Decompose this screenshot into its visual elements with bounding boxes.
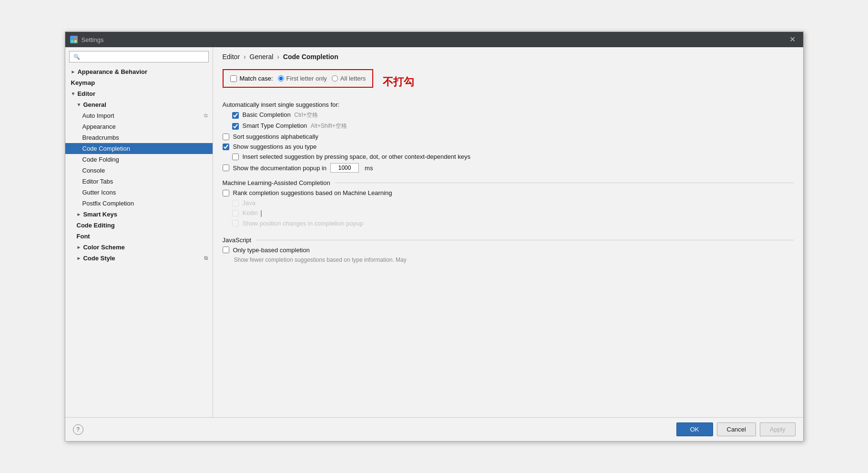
show-doc-popup-label[interactable]: Show the documentation popup in <box>233 165 327 172</box>
all-letters-label[interactable]: All letters <box>332 75 366 82</box>
rank-ml-row: Rank completion suggestions based on Mac… <box>223 189 794 196</box>
search-box[interactable]: 🔍 <box>69 51 209 62</box>
only-type-based-row: Only type-based completion <box>223 247 794 254</box>
rank-ml-label[interactable]: Rank completion suggestions based on Mac… <box>233 189 392 196</box>
arrow-icon: ► <box>71 69 76 74</box>
kotlin-label[interactable]: Kotlin <box>243 209 265 217</box>
show-as-you-type-label[interactable]: Show suggestions as you type <box>233 143 317 150</box>
first-letter-only-label[interactable]: First letter only <box>278 75 327 82</box>
show-as-you-type-row: Show suggestions as you type <box>223 143 794 150</box>
all-letters-text: All letters <box>340 75 366 82</box>
footer-left: ? <box>73 424 83 435</box>
insert-by-space-checkbox[interactable] <box>232 154 239 160</box>
sidebar-item-editor-tabs[interactable]: Editor Tabs <box>65 176 213 187</box>
popup-ms-input[interactable] <box>330 163 359 173</box>
only-type-based-label[interactable]: Only type-based completion <box>233 247 310 254</box>
arrow-icon: ▼ <box>77 102 82 107</box>
match-case-section: Match case: First letter only All letter… <box>223 69 794 94</box>
breadcrumb-sep2: › <box>277 53 281 61</box>
sidebar-item-smart-keys[interactable]: ► Smart Keys <box>65 209 213 220</box>
arrow-icon: ► <box>77 245 82 250</box>
annotation-text: 不打勾 <box>383 75 414 89</box>
rank-ml-checkbox[interactable] <box>223 190 229 196</box>
dialog-title: Settings <box>82 36 104 43</box>
basic-completion-shortcut: Ctrl+空格 <box>294 112 318 118</box>
show-position-label[interactable]: Show position changes in completion popu… <box>243 220 364 227</box>
help-button[interactable]: ? <box>73 424 83 435</box>
show-position-row: Show position changes in completion popu… <box>223 220 794 227</box>
title-bar: Settings ✕ <box>65 32 803 47</box>
sidebar-item-breadcrumbs[interactable]: Breadcrumbs <box>65 132 213 143</box>
sort-alphabetically-row: Sort suggestions alphabetically <box>223 133 794 140</box>
title-bar-left: Settings <box>70 36 104 43</box>
breadcrumb-current: Code Completion <box>283 53 338 61</box>
sort-alphabetically-label[interactable]: Sort suggestions alphabetically <box>233 133 318 140</box>
java-checkbox[interactable] <box>232 200 239 206</box>
main-content: Editor › General › Code Completion Match… <box>213 47 803 417</box>
breadcrumb-editor: Editor <box>223 53 240 61</box>
breadcrumb: Editor › General › Code Completion <box>213 47 803 64</box>
sidebar-item-appearance-behavior[interactable]: ► Appearance & Behavior <box>65 66 213 77</box>
smart-type-checkbox[interactable] <box>232 123 239 130</box>
show-doc-popup-row: Show the documentation popup in ms <box>223 163 794 173</box>
sidebar-item-color-scheme[interactable]: ► Color Scheme <box>65 242 213 253</box>
svg-rect-2 <box>71 40 73 42</box>
content-area: Match case: First letter only All letter… <box>213 64 803 417</box>
java-label[interactable]: Java <box>243 199 255 206</box>
cancel-button[interactable]: Cancel <box>717 422 756 436</box>
first-letter-radio[interactable] <box>278 75 284 82</box>
kotlin-checkbox[interactable] <box>232 210 239 216</box>
sidebar-item-code-folding[interactable]: Code Folding <box>65 154 213 165</box>
close-button[interactable]: ✕ <box>786 35 798 44</box>
basic-completion-row: Basic Completion Ctrl+空格 <box>223 111 794 119</box>
arrow-icon: ► <box>77 212 82 217</box>
svg-rect-0 <box>71 37 73 39</box>
sidebar-item-code-editing[interactable]: Code Editing <box>65 220 213 231</box>
sidebar-item-code-completion[interactable]: Code Completion <box>65 143 213 154</box>
sidebar-item-appearance[interactable]: Appearance <box>65 121 213 132</box>
show-as-you-type-checkbox[interactable] <box>223 144 229 150</box>
copy-icon: ⧉ <box>204 113 208 119</box>
settings-dialog: Settings ✕ 🔍 ► Appearance & Behavior Key… <box>65 31 804 442</box>
match-case-checkbox[interactable] <box>230 75 237 82</box>
smart-type-row: Smart Type Completion Alt+Shift+空格 <box>223 122 794 130</box>
sidebar-item-editor[interactable]: ▼ Editor <box>65 88 213 99</box>
arrow-icon: ▼ <box>71 91 76 96</box>
sidebar-item-keymap[interactable]: Keymap <box>65 77 213 88</box>
insert-by-space-label[interactable]: Insert selected suggestion by pressing s… <box>243 153 470 160</box>
show-position-checkbox[interactable] <box>232 220 239 226</box>
smart-type-label[interactable]: Smart Type Completion Alt+Shift+空格 <box>243 122 347 130</box>
sidebar-item-general[interactable]: ▼ General <box>65 99 213 110</box>
first-letter-text: First letter only <box>286 75 327 82</box>
show-fewer-text: Show fewer completion suggestions based … <box>223 257 794 263</box>
sort-alphabetically-checkbox[interactable] <box>223 134 229 140</box>
breadcrumb-general: General <box>250 53 274 61</box>
show-doc-popup-checkbox[interactable] <box>223 165 229 171</box>
kotlin-row: Kotlin <box>223 209 794 217</box>
only-type-based-checkbox[interactable] <box>223 247 229 253</box>
basic-completion-checkbox[interactable] <box>232 112 239 119</box>
match-case-checkbox-label[interactable]: Match case: <box>230 75 273 82</box>
smart-type-shortcut: Alt+Shift+空格 <box>311 123 347 129</box>
dialog-body: 🔍 ► Appearance & Behavior Keymap ▼ Edito… <box>65 47 803 417</box>
sidebar-item-console[interactable]: Console <box>65 165 213 176</box>
basic-completion-label[interactable]: Basic Completion Ctrl+空格 <box>243 111 318 119</box>
ml-section-title: Machine Learning-Assisted Completion <box>223 179 330 186</box>
search-input[interactable] <box>82 53 204 60</box>
footer: ? OK Cancel Apply <box>65 417 803 441</box>
sidebar-item-gutter-icons[interactable]: Gutter Icons <box>65 187 213 198</box>
ok-button[interactable]: OK <box>676 422 713 436</box>
match-case-label: Match case: <box>240 75 273 82</box>
apply-button[interactable]: Apply <box>760 422 796 436</box>
sidebar-item-auto-import[interactable]: Auto Import ⧉ <box>65 110 213 121</box>
sidebar-item-code-style[interactable]: ► Code Style ⧉ <box>65 253 213 264</box>
arrow-icon: ► <box>77 256 82 261</box>
sidebar-item-font[interactable]: Font <box>65 231 213 242</box>
svg-rect-3 <box>74 40 77 42</box>
ml-section-divider: Machine Learning-Assisted Completion <box>223 179 794 186</box>
cursor-indicator <box>261 210 265 217</box>
all-letters-radio[interactable] <box>332 75 338 82</box>
breadcrumb-sep1: › <box>244 53 248 61</box>
sidebar-item-postfix-completion[interactable]: Postfix Completion <box>65 198 213 209</box>
insert-by-space-row: Insert selected suggestion by pressing s… <box>223 153 794 160</box>
